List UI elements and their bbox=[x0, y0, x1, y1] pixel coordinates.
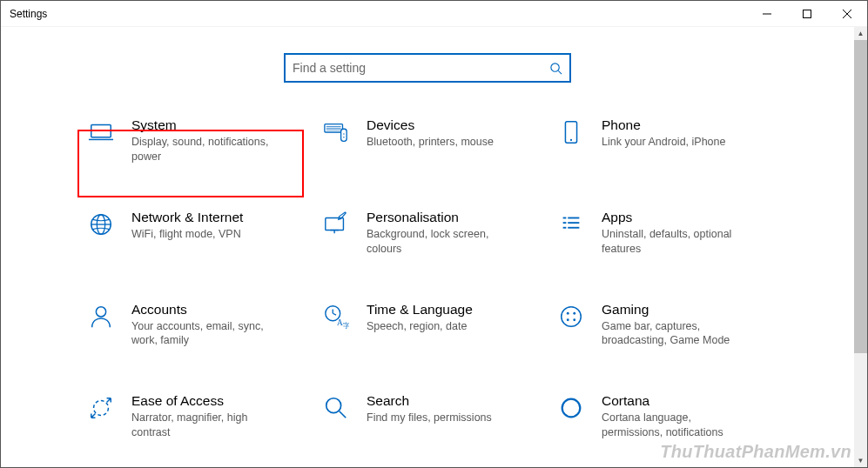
tile-description: WiFi, flight mode, VPN bbox=[131, 227, 279, 242]
tile-title: Ease of Access bbox=[131, 393, 302, 409]
scrollbar-thumb[interactable] bbox=[854, 40, 867, 353]
settings-tile-ease-of-access[interactable]: Ease of AccessNarrator, magnifier, high … bbox=[79, 388, 306, 445]
settings-tile-system[interactable]: SystemDisplay, sound, notifications, pow… bbox=[79, 112, 306, 170]
settings-tile-personalisation[interactable]: PersonalisationBackground, lock screen, … bbox=[314, 204, 541, 262]
tile-title: Cortana bbox=[602, 393, 772, 409]
svg-line-5 bbox=[558, 70, 562, 74]
maximize-icon bbox=[803, 10, 811, 18]
window-title: Settings bbox=[10, 8, 47, 20]
timelang-icon bbox=[321, 302, 351, 330]
brush-icon bbox=[321, 210, 351, 237]
tile-title: Phone bbox=[602, 117, 772, 133]
search-icon bbox=[549, 62, 562, 75]
search-input[interactable] bbox=[293, 61, 544, 75]
tile-description: Speech, region, date bbox=[367, 319, 515, 334]
tile-title: Apps bbox=[602, 210, 772, 225]
tile-description: Background, lock screen, colours bbox=[367, 227, 515, 257]
close-icon bbox=[843, 10, 851, 18]
search-box[interactable] bbox=[284, 53, 571, 83]
svg-point-4 bbox=[551, 63, 559, 70]
settings-tile-phone[interactable]: PhoneLink your Android, iPhone bbox=[549, 112, 776, 170]
settings-tile-accounts[interactable]: AccountsYour accounts, email, sync, work… bbox=[79, 297, 306, 354]
minimize-button[interactable] bbox=[747, 1, 787, 27]
settings-grid: SystemDisplay, sound, notifications, pow… bbox=[1, 112, 854, 445]
apps-icon bbox=[556, 210, 586, 237]
settings-tile-cortana[interactable]: CortanaCortana language, permissions, no… bbox=[549, 388, 776, 445]
tile-title: Personalisation bbox=[367, 210, 537, 225]
vertical-scrollbar[interactable]: ▲ ▼ bbox=[854, 27, 867, 467]
settings-tile-devices[interactable]: DevicesBluetooth, printers, mouse bbox=[314, 112, 541, 170]
tile-description: Your accounts, email, sync, work, family bbox=[131, 319, 279, 349]
laptop-icon bbox=[86, 117, 116, 145]
settings-tile-network-internet[interactable]: Network & InternetWiFi, flight mode, VPN bbox=[79, 204, 306, 262]
tile-description: Uninstall, defaults, optional features bbox=[602, 227, 750, 257]
devices-icon bbox=[321, 117, 351, 145]
tile-title: Network & Internet bbox=[131, 210, 302, 225]
phone-icon bbox=[556, 117, 586, 145]
tile-title: Search bbox=[367, 393, 537, 409]
cortana-icon bbox=[556, 393, 586, 421]
settings-tile-apps[interactable]: AppsUninstall, defaults, optional featur… bbox=[549, 204, 776, 262]
tile-description: Link your Android, iPhone bbox=[602, 135, 750, 150]
tile-description: Game bar, captures, broadcasting, Game M… bbox=[602, 319, 750, 349]
content-area: SystemDisplay, sound, notifications, pow… bbox=[1, 27, 854, 467]
tile-title: System bbox=[131, 117, 302, 133]
svg-rect-1 bbox=[804, 10, 811, 17]
tile-title: Accounts bbox=[131, 302, 302, 318]
globe-icon bbox=[86, 210, 116, 237]
tile-title: Gaming bbox=[602, 302, 772, 318]
tile-description: Find my files, permissions bbox=[367, 411, 515, 425]
maximize-button[interactable] bbox=[787, 1, 827, 27]
tile-description: Display, sound, notifications, power bbox=[131, 135, 279, 164]
search-icon bbox=[321, 393, 351, 421]
tile-description: Bluetooth, printers, mouse bbox=[367, 135, 515, 150]
gaming-icon bbox=[556, 302, 586, 330]
settings-tile-gaming[interactable]: GamingGame bar, captures, broadcasting, … bbox=[549, 297, 776, 354]
ease-icon bbox=[86, 393, 116, 421]
tile-title: Devices bbox=[367, 117, 537, 133]
minimize-icon bbox=[763, 10, 771, 18]
settings-tile-search[interactable]: SearchFind my files, permissions bbox=[314, 388, 541, 445]
tile-description: Cortana language, permissions, notificat… bbox=[602, 411, 750, 440]
settings-tile-time-language[interactable]: Time & LanguageSpeech, region, date bbox=[314, 297, 541, 354]
scroll-down-icon[interactable]: ▼ bbox=[854, 454, 867, 467]
search-wrap bbox=[1, 27, 854, 112]
person-icon bbox=[86, 302, 116, 330]
tile-title: Time & Language bbox=[367, 302, 537, 318]
scroll-up-icon[interactable]: ▲ bbox=[854, 27, 867, 40]
close-button[interactable] bbox=[827, 1, 867, 27]
tile-description: Narrator, magnifier, high contrast bbox=[131, 411, 279, 440]
titlebar: Settings bbox=[1, 1, 867, 27]
